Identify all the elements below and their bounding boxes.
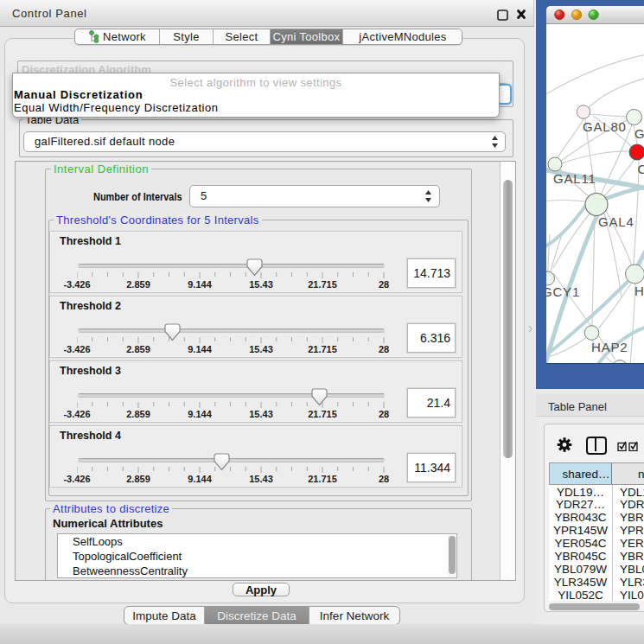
svg-text:H: H	[634, 284, 644, 298]
svg-text:GAL80: GAL80	[583, 119, 627, 134]
svg-text:GAL4: GAL4	[598, 214, 634, 229]
svg-text:GAL11: GAL11	[553, 171, 596, 186]
svg-text:HAP2: HAP2	[591, 340, 628, 354]
svg-text:GA: GA	[634, 126, 644, 141]
svg-text:GCY1: GCY1	[546, 284, 580, 299]
svg-text:C: C	[638, 162, 644, 176]
